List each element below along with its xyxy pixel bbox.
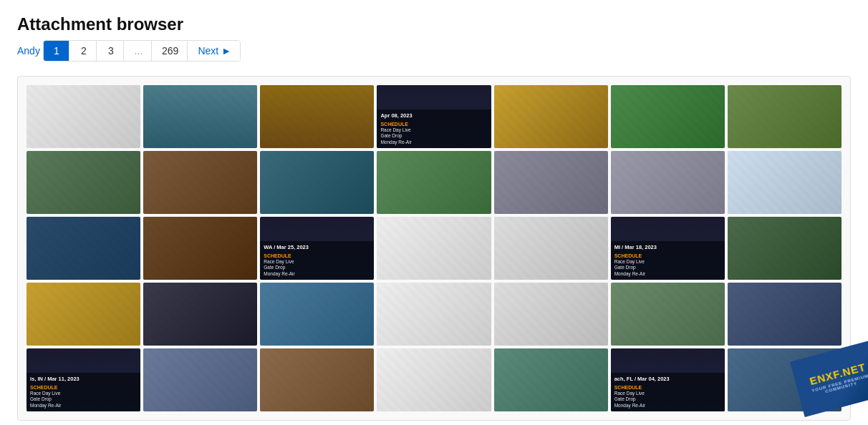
gallery-item[interactable] <box>728 348 842 411</box>
page-title: Attachment browser <box>17 14 851 34</box>
gallery-item[interactable] <box>494 348 608 411</box>
page-269-button[interactable]: 269 <box>153 41 188 61</box>
next-arrow-icon: ► <box>221 45 231 57</box>
gallery-item[interactable]: WA / Mar 25, 2023SCHEDULERace Day LiveGa… <box>260 217 374 280</box>
gallery-item[interactable] <box>377 217 491 280</box>
gallery-item[interactable] <box>377 283 491 346</box>
page-1-button[interactable]: 1 <box>44 41 69 61</box>
gallery-container: Apr 08, 2023SCHEDULERace Day LiveGate Dr… <box>17 76 851 421</box>
gallery-item[interactable] <box>728 85 842 148</box>
gallery-item[interactable] <box>143 151 257 214</box>
gallery-item[interactable] <box>494 217 608 280</box>
gallery-item[interactable] <box>26 283 140 346</box>
gallery-item[interactable] <box>143 85 257 148</box>
gallery-item[interactable] <box>26 85 140 148</box>
gallery-item[interactable] <box>260 85 374 148</box>
gallery-item[interactable] <box>260 283 374 346</box>
gallery-item[interactable] <box>26 217 140 280</box>
gallery-item[interactable] <box>611 283 725 346</box>
gallery-item[interactable] <box>728 283 842 346</box>
gallery-item[interactable] <box>611 151 725 214</box>
gallery-item[interactable] <box>26 151 140 214</box>
gallery-item[interactable] <box>143 217 257 280</box>
gallery-item[interactable] <box>494 283 608 346</box>
page-3-button[interactable]: 3 <box>98 41 124 61</box>
gallery-item[interactable] <box>494 151 608 214</box>
pagination: 1 2 3 ... 269 Next ► <box>43 40 241 62</box>
user-link[interactable]: Andy <box>17 45 40 57</box>
page-2-button[interactable]: 2 <box>71 41 97 61</box>
gallery-item[interactable] <box>377 151 491 214</box>
gallery-item[interactable] <box>728 217 842 280</box>
gallery-item[interactable] <box>260 348 374 411</box>
gallery-item[interactable]: MI / Mar 18, 2023SCHEDULERace Day LiveGa… <box>611 217 725 280</box>
page-dots: ... <box>125 41 152 61</box>
gallery-item[interactable] <box>143 283 257 346</box>
gallery-item[interactable]: ach, FL / Mar 04, 2023SCHEDULERace Day L… <box>611 348 725 411</box>
gallery-item[interactable] <box>611 85 725 148</box>
gallery-item[interactable] <box>377 348 491 411</box>
next-label: Next <box>198 45 218 57</box>
gallery-item[interactable] <box>260 151 374 214</box>
next-button[interactable]: Next ► <box>189 41 240 61</box>
gallery-item[interactable] <box>143 348 257 411</box>
gallery-item[interactable]: Apr 08, 2023SCHEDULERace Day LiveGate Dr… <box>377 85 491 148</box>
gallery-item[interactable] <box>728 151 842 214</box>
gallery-item[interactable] <box>494 85 608 148</box>
gallery-grid: Apr 08, 2023SCHEDULERace Day LiveGate Dr… <box>26 85 842 411</box>
gallery-item[interactable]: is, IN / Mar 11, 2023SCHEDULERace Day Li… <box>26 348 140 411</box>
